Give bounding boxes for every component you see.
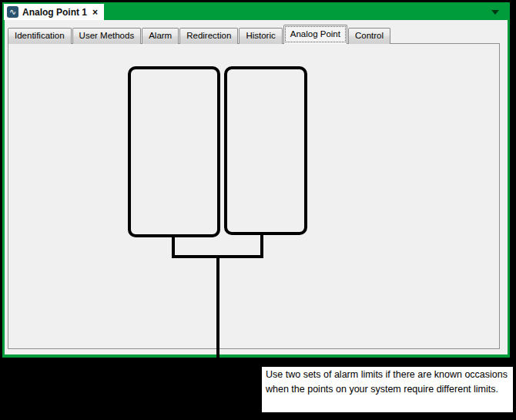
annotation-connector-drop [216, 257, 219, 358]
annotation-box-limit-set-1 [128, 66, 220, 237]
annotation-box-limit-set-2 [224, 66, 307, 235]
sine-wave-icon: ∿ [7, 6, 18, 18]
document-tab-title: Analog Point 1 [22, 7, 87, 18]
tab-identification[interactable]: Identification [8, 28, 72, 44]
tab-strip: IdentificationUser MethodsAlarmRedirecti… [8, 27, 391, 44]
window-menu-arrow-icon[interactable] [491, 10, 499, 15]
screen: ∿ Analog Point 1 × IdentificationUser Me… [0, 0, 516, 420]
tab-control[interactable]: Control [348, 28, 390, 44]
tab-analog-point[interactable]: Analog Point [283, 25, 347, 44]
tab-historic[interactable]: Historic [239, 28, 282, 44]
callout-note: Use two sets of alarm limits if there ar… [262, 367, 513, 412]
document-tab[interactable]: ∿ Analog Point 1 × [4, 4, 104, 20]
close-icon[interactable]: × [92, 7, 98, 18]
tab-alarm[interactable]: Alarm [142, 28, 179, 44]
tab-redirection[interactable]: Redirection [179, 28, 238, 44]
tab-user-methods[interactable]: User Methods [72, 28, 142, 44]
